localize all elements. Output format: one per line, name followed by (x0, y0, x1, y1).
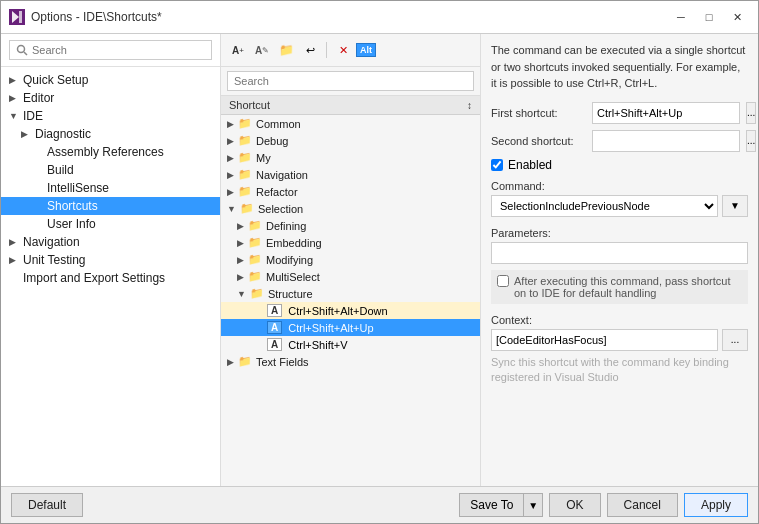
shortcut-item-label: Ctrl+Shift+Alt+Up (288, 322, 373, 334)
shortcut-item-label: Ctrl+Shift+Alt+Down (288, 305, 387, 317)
sc-folder-debug[interactable]: ▶ 📁 Debug (221, 132, 480, 149)
sc-folder-multiselect[interactable]: ▶ 📁 MultiSelect (221, 268, 480, 285)
parameters-section-label: Parameters: (491, 227, 748, 239)
command-ellipsis-button[interactable]: ▼ (722, 195, 748, 217)
sc-folder-navigation[interactable]: ▶ 📁 Navigation (221, 166, 480, 183)
key-badge: A (267, 304, 282, 317)
sidebar-item-label: Quick Setup (23, 73, 88, 87)
sc-folder-label: My (256, 152, 271, 164)
sidebar-item-label: IDE (23, 109, 43, 123)
shortcut-item-ctrl-shift-alt-up[interactable]: A Ctrl+Shift+Alt+Up (221, 319, 480, 336)
shortcut-list: ▶ 📁 Common ▶ 📁 Debug ▶ 📁 My (221, 115, 480, 486)
sc-folder-my[interactable]: ▶ 📁 My (221, 149, 480, 166)
ok-button[interactable]: OK (549, 493, 600, 517)
save-to-button[interactable]: Save To (459, 493, 523, 517)
parameters-row (491, 242, 748, 264)
sidebar-item-intellisense[interactable]: IntelliSense (1, 179, 220, 197)
sidebar-item-unit-testing[interactable]: ▶ Unit Testing (1, 251, 220, 269)
first-shortcut-ellipsis-button[interactable]: ... (746, 102, 756, 124)
alt-badge: Alt (356, 43, 376, 57)
cancel-button[interactable]: Cancel (607, 493, 678, 517)
sc-folder-refactor[interactable]: ▶ 📁 Refactor (221, 183, 480, 200)
shortcut-item-ctrl-shift-alt-down[interactable]: A Ctrl+Shift+Alt+Down (221, 302, 480, 319)
command-row: SelectionIncludePreviousNode ▼ (491, 195, 748, 217)
remove-button[interactable]: ✕ (332, 39, 354, 61)
key-badge: A (267, 338, 282, 351)
command-section-label: Command: (491, 180, 748, 192)
sc-folder-structure[interactable]: ▼ 📁 Structure (221, 285, 480, 302)
chevron-right-icon: ▶ (227, 357, 234, 367)
sidebar-item-label: Import and Export Settings (23, 271, 165, 285)
sidebar-item-label: Diagnostic (35, 127, 91, 141)
sidebar-item-quick-setup[interactable]: ▶ Quick Setup (1, 71, 220, 89)
enabled-checkbox[interactable] (491, 159, 503, 171)
second-shortcut-row: Second shortcut: ... (491, 130, 748, 152)
apply-button[interactable]: Apply (684, 493, 748, 517)
chevron-down-icon: ▼ (227, 204, 236, 214)
sc-folder-label: Debug (256, 135, 288, 147)
first-shortcut-row: First shortcut: ... (491, 102, 748, 124)
sort-indicator: ↕ (467, 100, 472, 111)
maximize-button[interactable]: □ (696, 7, 722, 27)
sc-folder-defining[interactable]: ▶ 📁 Defining (221, 217, 480, 234)
sidebar-search-input[interactable] (9, 40, 212, 60)
sidebar-item-label: Build (47, 163, 74, 177)
chevron-right-icon: ▶ (237, 272, 244, 282)
shortcut-search-input[interactable] (227, 71, 474, 91)
minimize-button[interactable]: ─ (668, 7, 694, 27)
sidebar: ▶ Quick Setup ▶ Editor ▼ IDE ▶ Diagnosti… (1, 34, 221, 486)
save-to-dropdown-button[interactable]: ▼ (523, 493, 543, 517)
folder-icon: 📁 (248, 219, 262, 232)
sidebar-item-shortcuts[interactable]: Shortcuts (1, 197, 220, 215)
sidebar-item-assembly-refs[interactable]: Assembly References (1, 143, 220, 161)
sc-folder-common[interactable]: ▶ 📁 Common (221, 115, 480, 132)
title-bar-left: Options - IDE\Shortcuts* (9, 9, 162, 25)
add-shortcut-button[interactable]: A+ (227, 39, 249, 61)
sc-folder-label: Modifying (266, 254, 313, 266)
window-controls: ─ □ ✕ (668, 7, 750, 27)
chevron-right-icon: ▶ (9, 237, 19, 247)
shortcut-item-label: Ctrl+Shift+V (288, 339, 347, 351)
sc-folder-label: Text Fields (256, 356, 309, 368)
context-ellipsis-button[interactable]: ... (722, 329, 748, 351)
folder-icon: 📁 (238, 355, 252, 368)
default-button[interactable]: Default (11, 493, 83, 517)
sidebar-item-user-info[interactable]: User Info (1, 215, 220, 233)
sc-folder-label: Common (256, 118, 301, 130)
sidebar-item-editor[interactable]: ▶ Editor (1, 89, 220, 107)
context-input[interactable] (491, 329, 718, 351)
sidebar-item-navigation[interactable]: ▶ Navigation (1, 233, 220, 251)
sidebar-item-import-export[interactable]: Import and Export Settings (1, 269, 220, 287)
shortcut-search-container (221, 67, 480, 96)
chevron-right-icon: ▶ (227, 187, 234, 197)
sc-folder-selection[interactable]: ▼ 📁 Selection (221, 200, 480, 217)
sync-text: Sync this shortcut with the command key … (491, 355, 748, 386)
sc-folder-modifying[interactable]: ▶ 📁 Modifying (221, 251, 480, 268)
sidebar-item-label: Unit Testing (23, 253, 85, 267)
chevron-right-icon: ▶ (227, 170, 234, 180)
undo-button[interactable]: ↩ (299, 39, 321, 61)
vs-icon (9, 9, 25, 25)
sc-folder-text-fields[interactable]: ▶ 📁 Text Fields (221, 353, 480, 370)
folder-icon: 📁 (240, 202, 254, 215)
parameters-input[interactable] (491, 242, 748, 264)
toolbar-separator (326, 42, 327, 58)
sidebar-item-diagnostic[interactable]: ▶ Diagnostic (1, 125, 220, 143)
sc-folder-label: Navigation (256, 169, 308, 181)
pass-shortcut-checkbox[interactable] (497, 275, 509, 287)
edit-shortcut-button[interactable]: A✎ (251, 39, 273, 61)
sidebar-item-build[interactable]: Build (1, 161, 220, 179)
context-row: ... (491, 329, 748, 351)
sc-folder-label: Structure (268, 288, 313, 300)
second-shortcut-ellipsis-button[interactable]: ... (746, 130, 756, 152)
close-button[interactable]: ✕ (724, 7, 750, 27)
first-shortcut-input[interactable] (592, 102, 740, 124)
command-select[interactable]: SelectionIncludePreviousNode (491, 195, 718, 217)
sidebar-item-ide[interactable]: ▼ IDE (1, 107, 220, 125)
sc-folder-embedding[interactable]: ▶ 📁 Embedding (221, 234, 480, 251)
shortcut-column-header: Shortcut (229, 99, 270, 111)
shortcut-item-ctrl-shift-v[interactable]: A Ctrl+Shift+V (221, 336, 480, 353)
folder-button[interactable]: 📁 (275, 39, 297, 61)
second-shortcut-input[interactable] (592, 130, 740, 152)
key-badge: A (267, 321, 282, 334)
